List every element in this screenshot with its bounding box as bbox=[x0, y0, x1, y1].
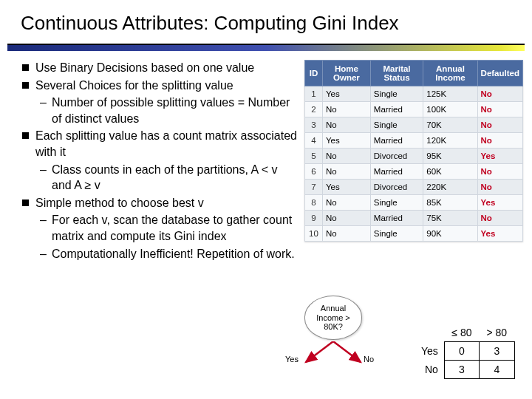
bullet-text: Each splitting value has a count matrix … bbox=[35, 129, 297, 158]
cell-homeowner: Yes bbox=[323, 86, 371, 102]
cell-id: 3 bbox=[305, 117, 323, 133]
table-row: 5NoDivorced95KYes bbox=[305, 149, 523, 164]
cell-homeowner: No bbox=[323, 117, 371, 133]
table-row: 8NoSingle85KYes bbox=[305, 195, 523, 211]
bullet-list: Use Binary Decisions based on one value … bbox=[21, 60, 299, 262]
branch-label-no: No bbox=[364, 355, 374, 364]
cell-income: 70K bbox=[423, 117, 477, 133]
col-header: Home Owner bbox=[323, 61, 371, 86]
cell-homeowner: No bbox=[323, 149, 371, 164]
cell-income: 100K bbox=[423, 102, 477, 117]
cell-income: 85K bbox=[423, 195, 477, 211]
count-matrix: ≤ 80 > 80 Yes 0 3 No 3 4 bbox=[414, 324, 515, 379]
cell-id: 6 bbox=[305, 164, 323, 180]
sub-bullet-item: Computationally Inefficient! Repetition … bbox=[35, 246, 299, 262]
cell-homeowner: Yes bbox=[323, 180, 371, 195]
cell-defaulted: No bbox=[477, 117, 522, 133]
svg-line-0 bbox=[306, 341, 333, 362]
cell-id: 10 bbox=[305, 226, 323, 242]
cm-col-header: > 80 bbox=[480, 324, 515, 342]
cell-marital: Single bbox=[370, 86, 423, 102]
cell-marital: Single bbox=[370, 195, 423, 211]
arrow-icon bbox=[293, 341, 374, 366]
cell-marital: Divorced bbox=[370, 149, 423, 164]
table-row: 6NoMarried60KNo bbox=[305, 164, 523, 180]
table-row: 9NoMarried75KNo bbox=[305, 211, 523, 226]
cell-id: 1 bbox=[305, 86, 323, 102]
cell-income: 220K bbox=[423, 180, 477, 195]
cell-homeowner: No bbox=[323, 211, 371, 226]
cm-cell: 4 bbox=[480, 361, 515, 379]
blank-cell bbox=[414, 324, 444, 342]
sub-bullet-text: Computationally Inefficient! Repetition … bbox=[52, 248, 295, 260]
branch-label-yes: Yes bbox=[285, 355, 299, 364]
cm-col-header: ≤ 80 bbox=[444, 324, 479, 342]
cell-income: 60K bbox=[423, 164, 477, 180]
cell-income: 125K bbox=[423, 86, 477, 102]
sub-bullet-item: Class counts in each of the partitions, … bbox=[35, 162, 299, 194]
bullet-text: Several Choices for the splitting value bbox=[35, 79, 233, 92]
content-area: Use Binary Decisions based on one value … bbox=[0, 60, 532, 263]
cell-defaulted: Yes bbox=[477, 149, 522, 164]
cell-id: 5 bbox=[305, 149, 323, 164]
bullet-text: Use Binary Decisions based on one value bbox=[35, 61, 254, 74]
cell-id: 8 bbox=[305, 195, 323, 211]
cell-income: 120K bbox=[423, 133, 477, 149]
cell-marital: Married bbox=[370, 164, 423, 180]
bullet-item: Simple method to choose best v For each … bbox=[21, 195, 299, 262]
cell-defaulted: No bbox=[477, 102, 522, 117]
cell-marital: Divorced bbox=[370, 180, 423, 195]
sub-bullet-text: Number of possible splitting values = Nu… bbox=[52, 96, 290, 125]
table-row: 1YesSingle125KNo bbox=[305, 86, 523, 102]
col-header: Defaulted bbox=[477, 61, 522, 86]
cell-income: 95K bbox=[423, 149, 477, 164]
cell-defaulted: No bbox=[477, 211, 522, 226]
node-label: Annual Income > 80K? bbox=[307, 304, 360, 332]
cell-defaulted: No bbox=[477, 180, 522, 195]
sub-bullet-item: Number of possible splitting values = Nu… bbox=[35, 95, 299, 126]
slide-title: Continuous Attributes: Computing Gini In… bbox=[0, 0, 532, 41]
cell-marital: Single bbox=[370, 226, 423, 242]
table-body: 1YesSingle125KNo2NoMarried100KNo3NoSingl… bbox=[305, 86, 523, 242]
col-header: Annual Income bbox=[423, 61, 477, 86]
col-header: Marital Status bbox=[370, 61, 423, 86]
cell-id: 4 bbox=[305, 133, 323, 149]
cm-cell: 3 bbox=[444, 361, 479, 379]
cm-row-header: Yes bbox=[414, 342, 444, 361]
svg-line-1 bbox=[333, 341, 361, 362]
cell-homeowner: Yes bbox=[323, 133, 371, 149]
cell-marital: Married bbox=[370, 133, 423, 149]
accent-bar bbox=[7, 45, 525, 51]
cell-homeowner: No bbox=[323, 226, 371, 242]
table-row: 4YesMarried120KNo bbox=[305, 133, 523, 149]
cell-marital: Single bbox=[370, 117, 423, 133]
table-row: 3NoSingle70KNo bbox=[305, 117, 523, 133]
cell-homeowner: No bbox=[323, 195, 371, 211]
cell-income: 75K bbox=[423, 211, 477, 226]
data-table: ID Home Owner Marital Status Annual Inco… bbox=[304, 60, 523, 242]
bullet-item: Each splitting value has a count matrix … bbox=[21, 128, 299, 193]
cell-defaulted: No bbox=[477, 133, 522, 149]
cell-defaulted: No bbox=[477, 164, 522, 180]
cm-row-header: No bbox=[414, 361, 444, 379]
count-matrix-table: ≤ 80 > 80 Yes 0 3 No 3 4 bbox=[414, 324, 515, 379]
decision-node: Annual Income > 80K? bbox=[304, 296, 362, 340]
cell-homeowner: No bbox=[323, 164, 371, 180]
cell-defaulted: Yes bbox=[477, 226, 522, 242]
col-header: ID bbox=[305, 61, 323, 86]
cell-defaulted: No bbox=[477, 86, 522, 102]
cell-id: 2 bbox=[305, 102, 323, 117]
table-row: 2NoMarried100KNo bbox=[305, 102, 523, 117]
sub-bullet-text: Class counts in each of the partitions, … bbox=[52, 163, 278, 192]
table-row: 10NoSingle90KYes bbox=[305, 226, 523, 242]
cell-marital: Married bbox=[370, 102, 423, 117]
decision-arrows: Yes No bbox=[293, 341, 374, 366]
sub-bullet-text: For each v, scan the database to gather … bbox=[52, 214, 292, 242]
bullet-item: Several Choices for the splitting value … bbox=[21, 78, 299, 127]
cm-cell: 0 bbox=[444, 342, 479, 361]
cell-id: 7 bbox=[305, 180, 323, 195]
table-row: 7YesDivorced220KNo bbox=[305, 180, 523, 195]
cell-id: 9 bbox=[305, 211, 323, 226]
cell-defaulted: Yes bbox=[477, 195, 522, 211]
bullet-column: Use Binary Decisions based on one value … bbox=[21, 60, 299, 263]
